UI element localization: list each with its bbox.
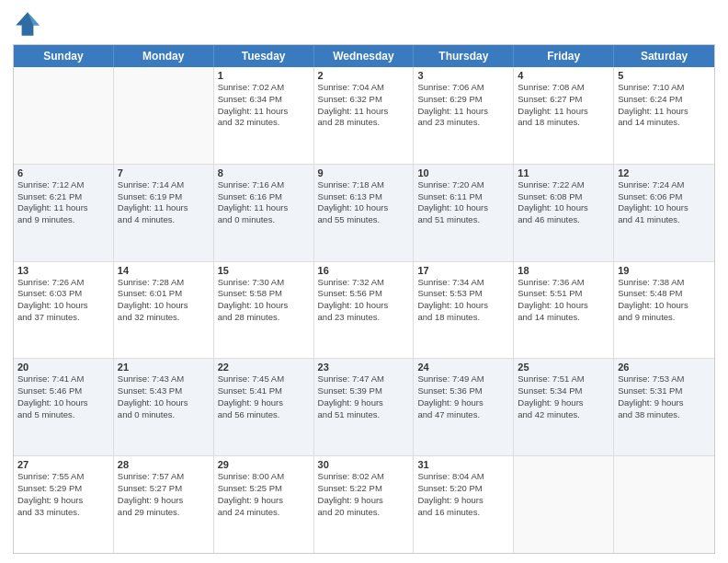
weekday-header: Tuesday — [214, 45, 314, 67]
cell-day-number: 13 — [17, 265, 109, 276]
header — [13, 9, 715, 39]
cell-daylight-info: Sunrise: 7:28 AM Sunset: 6:01 PM Dayligh… — [118, 277, 210, 324]
calendar-cell: 29Sunrise: 8:00 AM Sunset: 5:25 PM Dayli… — [214, 456, 314, 553]
weekday-header: Monday — [114, 45, 214, 67]
calendar-cell: 10Sunrise: 7:20 AM Sunset: 6:11 PM Dayli… — [414, 165, 514, 261]
cell-day-number: 22 — [218, 362, 310, 373]
cell-daylight-info: Sunrise: 7:22 AM Sunset: 6:08 PM Dayligh… — [518, 179, 609, 226]
cell-day-number: 8 — [218, 167, 310, 178]
calendar-cell: 5Sunrise: 7:10 AM Sunset: 6:24 PM Daylig… — [614, 67, 714, 164]
cell-day-number: 31 — [417, 459, 509, 470]
cell-daylight-info: Sunrise: 7:49 AM Sunset: 5:36 PM Dayligh… — [417, 373, 509, 420]
cell-daylight-info: Sunrise: 8:02 AM Sunset: 5:22 PM Dayligh… — [318, 471, 410, 518]
calendar-cell: 9Sunrise: 7:18 AM Sunset: 6:13 PM Daylig… — [314, 165, 415, 261]
calendar-row: 20Sunrise: 7:41 AM Sunset: 5:46 PM Dayli… — [14, 358, 714, 455]
calendar-cell: 4Sunrise: 7:08 AM Sunset: 6:27 PM Daylig… — [514, 67, 614, 164]
cell-day-number: 5 — [618, 70, 711, 81]
calendar-cell: 13Sunrise: 7:26 AM Sunset: 6:03 PM Dayli… — [14, 262, 114, 359]
cell-day-number: 26 — [618, 362, 711, 373]
calendar-cell: 7Sunrise: 7:14 AM Sunset: 6:19 PM Daylig… — [114, 165, 214, 261]
calendar-cell: 22Sunrise: 7:45 AM Sunset: 5:41 PM Dayli… — [214, 359, 314, 455]
weekday-header: Sunday — [14, 45, 114, 67]
cell-daylight-info: Sunrise: 7:34 AM Sunset: 5:53 PM Dayligh… — [417, 277, 509, 324]
calendar-cell: 30Sunrise: 8:02 AM Sunset: 5:22 PM Dayli… — [314, 456, 415, 553]
calendar-cell: 16Sunrise: 7:32 AM Sunset: 5:56 PM Dayli… — [314, 262, 415, 359]
cell-day-number: 24 — [417, 362, 509, 373]
logo-icon — [13, 9, 42, 39]
cell-daylight-info: Sunrise: 7:26 AM Sunset: 6:03 PM Dayligh… — [17, 277, 109, 324]
calendar-cell: 1Sunrise: 7:02 AM Sunset: 6:34 PM Daylig… — [214, 67, 314, 164]
calendar-body: 1Sunrise: 7:02 AM Sunset: 6:34 PM Daylig… — [14, 67, 714, 553]
calendar-header: SundayMondayTuesdayWednesdayThursdayFrid… — [14, 45, 714, 67]
cell-day-number: 28 — [118, 459, 210, 470]
cell-day-number: 14 — [118, 265, 210, 276]
calendar-cell: 18Sunrise: 7:36 AM Sunset: 5:51 PM Dayli… — [514, 262, 614, 359]
calendar-cell: 21Sunrise: 7:43 AM Sunset: 5:43 PM Dayli… — [114, 359, 214, 455]
calendar-cell: 15Sunrise: 7:30 AM Sunset: 5:58 PM Dayli… — [214, 262, 314, 359]
cell-daylight-info: Sunrise: 7:30 AM Sunset: 5:58 PM Dayligh… — [218, 277, 310, 324]
calendar-cell — [614, 456, 714, 553]
logo — [13, 9, 46, 39]
cell-daylight-info: Sunrise: 7:10 AM Sunset: 6:24 PM Dayligh… — [618, 82, 711, 129]
calendar-cell: 28Sunrise: 7:57 AM Sunset: 5:27 PM Dayli… — [114, 456, 214, 553]
calendar-cell: 8Sunrise: 7:16 AM Sunset: 6:16 PM Daylig… — [214, 165, 314, 261]
cell-day-number: 2 — [318, 70, 410, 81]
cell-day-number: 1 — [218, 70, 310, 81]
calendar-cell: 19Sunrise: 7:38 AM Sunset: 5:48 PM Dayli… — [614, 262, 714, 359]
calendar-cell: 24Sunrise: 7:49 AM Sunset: 5:36 PM Dayli… — [414, 359, 514, 455]
cell-day-number: 3 — [417, 70, 509, 81]
calendar-cell: 23Sunrise: 7:47 AM Sunset: 5:39 PM Dayli… — [314, 359, 415, 455]
cell-daylight-info: Sunrise: 7:32 AM Sunset: 5:56 PM Dayligh… — [318, 277, 410, 324]
weekday-header: Wednesday — [314, 45, 415, 67]
calendar-cell — [514, 456, 614, 553]
calendar-cell: 12Sunrise: 7:24 AM Sunset: 6:06 PM Dayli… — [614, 165, 714, 261]
calendar-cell: 25Sunrise: 7:51 AM Sunset: 5:34 PM Dayli… — [514, 359, 614, 455]
calendar-cell: 27Sunrise: 7:55 AM Sunset: 5:29 PM Dayli… — [14, 456, 114, 553]
calendar-cell: 31Sunrise: 8:04 AM Sunset: 5:20 PM Dayli… — [414, 456, 514, 553]
calendar-cell: 11Sunrise: 7:22 AM Sunset: 6:08 PM Dayli… — [514, 165, 614, 261]
cell-daylight-info: Sunrise: 7:55 AM Sunset: 5:29 PM Dayligh… — [17, 471, 109, 518]
cell-daylight-info: Sunrise: 7:43 AM Sunset: 5:43 PM Dayligh… — [118, 373, 210, 420]
calendar-row: 1Sunrise: 7:02 AM Sunset: 6:34 PM Daylig… — [14, 67, 714, 164]
cell-day-number: 10 — [417, 167, 509, 178]
cell-day-number: 7 — [118, 167, 210, 178]
cell-day-number: 12 — [618, 167, 711, 178]
calendar-cell: 20Sunrise: 7:41 AM Sunset: 5:46 PM Dayli… — [14, 359, 114, 455]
cell-day-number: 15 — [218, 265, 310, 276]
cell-daylight-info: Sunrise: 7:41 AM Sunset: 5:46 PM Dayligh… — [17, 373, 109, 420]
calendar-row: 6Sunrise: 7:12 AM Sunset: 6:21 PM Daylig… — [14, 164, 714, 261]
cell-day-number: 6 — [17, 167, 109, 178]
calendar-row: 27Sunrise: 7:55 AM Sunset: 5:29 PM Dayli… — [14, 455, 714, 553]
cell-day-number: 25 — [518, 362, 609, 373]
cell-daylight-info: Sunrise: 7:57 AM Sunset: 5:27 PM Dayligh… — [118, 471, 210, 518]
cell-daylight-info: Sunrise: 7:12 AM Sunset: 6:21 PM Dayligh… — [17, 179, 109, 226]
calendar-cell: 17Sunrise: 7:34 AM Sunset: 5:53 PM Dayli… — [414, 262, 514, 359]
calendar-cell — [14, 67, 114, 164]
page: SundayMondayTuesdayWednesdayThursdayFrid… — [0, 0, 728, 563]
weekday-header: Saturday — [614, 45, 714, 67]
cell-day-number: 4 — [518, 70, 609, 81]
cell-day-number: 18 — [518, 265, 609, 276]
cell-daylight-info: Sunrise: 7:36 AM Sunset: 5:51 PM Dayligh… — [518, 277, 609, 324]
calendar-row: 13Sunrise: 7:26 AM Sunset: 6:03 PM Dayli… — [14, 261, 714, 359]
calendar-cell: 14Sunrise: 7:28 AM Sunset: 6:01 PM Dayli… — [114, 262, 214, 359]
cell-daylight-info: Sunrise: 7:06 AM Sunset: 6:29 PM Dayligh… — [417, 82, 509, 129]
cell-daylight-info: Sunrise: 7:02 AM Sunset: 6:34 PM Dayligh… — [218, 82, 310, 129]
weekday-header: Thursday — [414, 45, 514, 67]
cell-daylight-info: Sunrise: 7:16 AM Sunset: 6:16 PM Dayligh… — [218, 179, 310, 226]
cell-daylight-info: Sunrise: 7:04 AM Sunset: 6:32 PM Dayligh… — [318, 82, 410, 129]
cell-day-number: 11 — [518, 167, 609, 178]
cell-day-number: 23 — [318, 362, 410, 373]
calendar-cell: 2Sunrise: 7:04 AM Sunset: 6:32 PM Daylig… — [314, 67, 415, 164]
cell-day-number: 20 — [17, 362, 109, 373]
cell-daylight-info: Sunrise: 7:14 AM Sunset: 6:19 PM Dayligh… — [118, 179, 210, 226]
cell-daylight-info: Sunrise: 7:20 AM Sunset: 6:11 PM Dayligh… — [417, 179, 509, 226]
calendar-cell: 26Sunrise: 7:53 AM Sunset: 5:31 PM Dayli… — [614, 359, 714, 455]
cell-day-number: 30 — [318, 459, 410, 470]
cell-daylight-info: Sunrise: 7:53 AM Sunset: 5:31 PM Dayligh… — [618, 373, 711, 420]
cell-daylight-info: Sunrise: 7:51 AM Sunset: 5:34 PM Dayligh… — [518, 373, 609, 420]
cell-daylight-info: Sunrise: 7:18 AM Sunset: 6:13 PM Dayligh… — [318, 179, 410, 226]
cell-daylight-info: Sunrise: 8:00 AM Sunset: 5:25 PM Dayligh… — [218, 471, 310, 518]
calendar-cell: 6Sunrise: 7:12 AM Sunset: 6:21 PM Daylig… — [14, 165, 114, 261]
cell-daylight-info: Sunrise: 7:45 AM Sunset: 5:41 PM Dayligh… — [218, 373, 310, 420]
